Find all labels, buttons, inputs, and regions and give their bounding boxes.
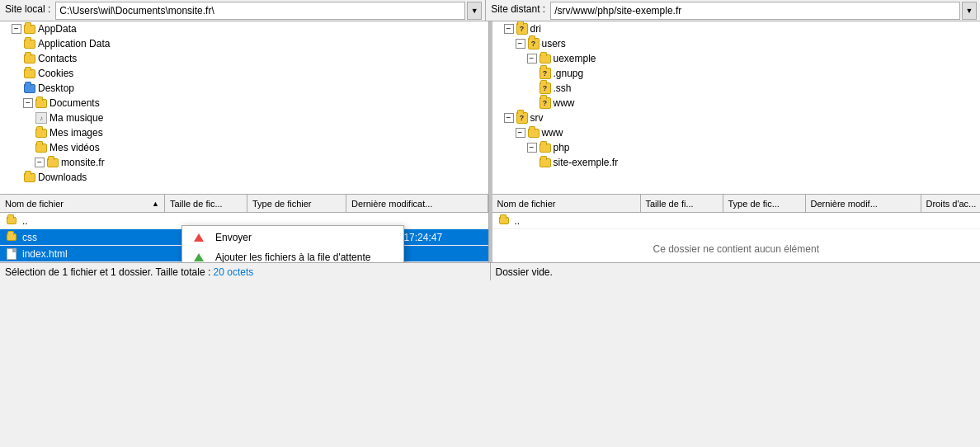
tree-item-cookies[interactable]: Cookies [0, 66, 488, 81]
tree-item-www[interactable]: − www [492, 125, 981, 140]
tree-item-php[interactable]: − php [492, 140, 981, 155]
right-col-name[interactable]: Nom de fichier [492, 195, 641, 212]
left-file-header: Nom de fichier ▲ Taille de fic... Type d… [0, 195, 488, 213]
question-icon-srv: ? [516, 111, 529, 125]
tree-item-desktop[interactable]: Desktop [0, 81, 488, 96]
tree-label-application-data: Application Data [38, 38, 110, 49]
left-col-date[interactable]: Dernière modificat... [346, 195, 488, 212]
left-tree-scroll[interactable]: − AppData Application Data Contacts [0, 21, 488, 194]
folder-icon-documents [35, 96, 48, 110]
right-tree-scroll[interactable]: − ? dri − ? users − uexemple [492, 21, 981, 194]
right-file-header: Nom de fichier Taille de fi... Type de f… [492, 195, 981, 213]
expand-monsite[interactable]: − [35, 158, 45, 167]
tree-item-gnupg[interactable]: ? .gnupg [492, 66, 981, 81]
folder-icon-mes-videos [35, 141, 48, 154]
right-col-rights[interactable]: Droits d'ac... [921, 195, 981, 212]
tree-label-srv: srv [530, 112, 544, 124]
right-col-type[interactable]: Type de fic... [723, 195, 806, 212]
tree-label-www: www [542, 127, 563, 139]
tree-item-dri[interactable]: − ? dri [492, 21, 981, 36]
status-bar: Sélection de 1 fichier et 1 dossier. Tai… [0, 262, 980, 280]
left-tree: − AppData Application Data Contacts [0, 21, 488, 195]
tree-label-mes-videos: Mes vidéos [49, 142, 100, 153]
tree-label-mes-images: Mes images [49, 127, 103, 139]
tree-label-users: users [542, 38, 566, 49]
site-local-dropdown[interactable]: ▼ [467, 2, 482, 20]
right-col-size[interactable]: Taille de fi... [641, 195, 723, 212]
left-col-name[interactable]: Nom de fichier ▲ [0, 195, 165, 212]
question-icon-dri: ? [516, 22, 529, 35]
site-distant-path[interactable] [550, 2, 960, 20]
expand-users[interactable]: − [516, 39, 525, 49]
site-local-label: Site local : [0, 0, 55, 21]
folder-icon-appdata2 [23, 37, 36, 50]
status-left-text: Sélection de 1 fichier et 1 dossier. Tai… [5, 266, 214, 278]
folder-icon-desktop [23, 82, 36, 95]
expand-php[interactable]: − [527, 143, 537, 153]
tree-label-cookies: Cookies [38, 68, 73, 79]
expand-www[interactable]: − [516, 128, 525, 138]
tree-item-documents[interactable]: − Documents [0, 96, 488, 111]
folder-icon-contacts [23, 52, 36, 65]
tree-item-monsite[interactable]: − monsite.fr [0, 155, 488, 170]
expand-dri[interactable]: − [504, 24, 514, 34]
tree-label-downloads: Downloads [38, 172, 87, 183]
tree-item-ma-musique[interactable]: ♪ Ma musique [0, 111, 488, 125]
tree-item-site-exemple[interactable]: site-exemple.fr [492, 155, 981, 170]
right-file-row-parent[interactable]: .. [492, 213, 981, 229]
question-icon-www2: ? [539, 96, 552, 110]
folder-icon-uexemple [539, 52, 552, 65]
right-cell-parent-type [723, 213, 806, 228]
expand-uexemple[interactable]: − [527, 54, 537, 64]
expand-documents[interactable]: − [23, 98, 33, 108]
tree-item-downloads[interactable]: Downloads [0, 170, 488, 185]
folder-icon-mes-images [35, 126, 48, 139]
right-col-date[interactable]: Dernière modif... [806, 195, 921, 212]
right-file-pane: Nom de fichier Taille de fi... Type de f… [492, 195, 981, 262]
site-local-path[interactable] [55, 2, 465, 20]
folder-icon-parent [5, 214, 18, 228]
site-distant-dropdown[interactable]: ▼ [962, 2, 977, 20]
right-file-list[interactable]: .. Ce dossier ne contient aucun élément [492, 213, 981, 262]
main-area: − AppData Application Data Contacts [0, 21, 980, 262]
tree-label-desktop: Desktop [38, 82, 74, 94]
tree-item-appdata[interactable]: − AppData [0, 21, 488, 36]
left-cell-index-name: index.html [0, 246, 165, 261]
left-col-type[interactable]: Type de fichier [247, 195, 346, 212]
left-cell-css-name: css [0, 229, 165, 245]
status-left-highlight: 20 octets [214, 266, 254, 278]
tree-item-uexemple[interactable]: − uexemple [492, 51, 981, 66]
folder-icon-css [5, 231, 18, 244]
menu-item-envoyer[interactable]: Envoyer [182, 228, 403, 247]
right-panel: − ? dri − ? users − uexemple [492, 21, 981, 262]
left-file-pane: Nom de fichier ▲ Taille de fic... Type d… [0, 195, 488, 262]
tree-item-srv[interactable]: − ? srv [492, 111, 981, 125]
right-cell-parent-name: .. [492, 213, 641, 228]
tree-item-www2[interactable]: ? www [492, 96, 981, 111]
add-queue-icon [191, 249, 207, 262]
tree-label-appdata: AppData [38, 23, 77, 35]
file-icon-index [5, 247, 18, 261]
tree-item-mes-videos[interactable]: Mes vidéos [0, 140, 488, 155]
tree-label-monsite: monsite.fr [61, 157, 105, 168]
tree-item-application-data[interactable]: Application Data [0, 36, 488, 51]
menu-item-add-queue[interactable]: Ajouter les fichiers à la file d'attente [182, 247, 403, 262]
question-icon-users: ? [527, 37, 540, 50]
tree-item-mes-images[interactable]: Mes images [0, 125, 488, 140]
folder-icon-appdata [23, 22, 36, 35]
question-icon-gnupg: ? [539, 67, 552, 80]
tree-label-site-exemple: site-exemple.fr [554, 157, 619, 168]
status-left: Sélection de 1 fichier et 1 dossier. Tai… [0, 263, 491, 280]
tree-item-contacts[interactable]: Contacts [0, 51, 488, 66]
expand-appdata[interactable]: − [12, 24, 21, 34]
question-icon-ssh: ? [539, 82, 552, 95]
app-container: Site local : ▼ Site distant : ▼ − AppDat… [0, 0, 980, 280]
tree-label-dri: dri [530, 23, 541, 35]
left-col-size[interactable]: Taille de fic... [165, 195, 247, 212]
expand-srv[interactable]: − [504, 113, 514, 123]
tree-label-gnupg: .gnupg [554, 68, 584, 79]
tree-item-users[interactable]: − ? users [492, 36, 981, 51]
tree-item-ssh[interactable]: ? .ssh [492, 81, 981, 96]
left-panel: − AppData Application Data Contacts [0, 21, 489, 262]
folder-icon-site-exemple [539, 156, 552, 169]
